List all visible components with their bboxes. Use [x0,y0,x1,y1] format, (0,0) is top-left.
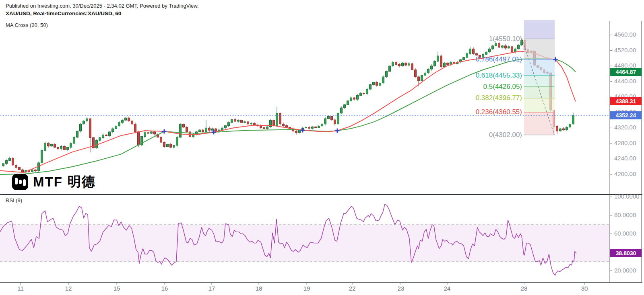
svg-text:22: 22 [349,285,356,292]
ma50-price-label: 4464.87 [610,68,642,76]
svg-text:4520.00: 4520.00 [614,47,636,53]
svg-text:20.0000: 20.0000 [614,267,636,274]
fib-label-0.236: 0.236(4360.55) [476,108,522,116]
svg-text:4200.00: 4200.00 [614,170,636,177]
svg-text:23: 23 [398,285,405,292]
svg-text:11: 11 [17,285,24,292]
svg-text:4280.00: 4280.00 [614,139,636,146]
fib-label-0.382: 0.382(4396.77) [476,94,522,102]
svg-text:17: 17 [208,285,215,292]
svg-text:80.0000: 80.0000 [614,211,636,218]
svg-text:4320.00: 4320.00 [614,124,636,131]
svg-text:15: 15 [114,285,120,292]
rsi-band [0,225,610,262]
svg-text:30: 30 [581,285,588,292]
svg-text:18: 18 [256,285,262,292]
logo-text-mtf: MTF [33,174,63,190]
mtf-logo: MTF 明德 [12,173,96,191]
rsi-value-label: 38.8030 [610,249,642,257]
fib-label-0.5: 0.5(4426.05) [483,83,522,91]
svg-text:4240.00: 4240.00 [614,155,636,162]
svg-text:60.0000: 60.0000 [614,230,636,237]
logo-text-cn: 明德 [68,173,96,191]
ma20-price-label: 4388.31 [610,97,642,105]
fib-label-0.618: 0.618(4455.33) [476,72,522,80]
mtf-logo-icon [12,174,28,190]
svg-text:100.0000: 100.0000 [614,193,640,200]
last-price-label: 4352.24 [610,111,642,119]
svg-text:12: 12 [65,285,72,292]
fib-label-0.786: 0.786(4497.01) [476,55,522,64]
chart-window: { "header": { "published_line": "Publish… [0,0,644,295]
fib-label-1: 1(4550.10) [489,35,522,43]
svg-text:19: 19 [303,285,310,292]
svg-text:16: 16 [161,285,168,292]
svg-text:24: 24 [444,285,451,292]
svg-text:4560.00: 4560.00 [614,31,636,38]
svg-text:28: 28 [521,285,528,292]
svg-text:4440.00: 4440.00 [614,78,636,84]
fib-label-0: 0(4302.00) [489,131,522,139]
price-rsi-chart: 4560.004520.004480.004440.004400.004360.… [0,0,644,295]
fib-retracement [522,20,555,135]
